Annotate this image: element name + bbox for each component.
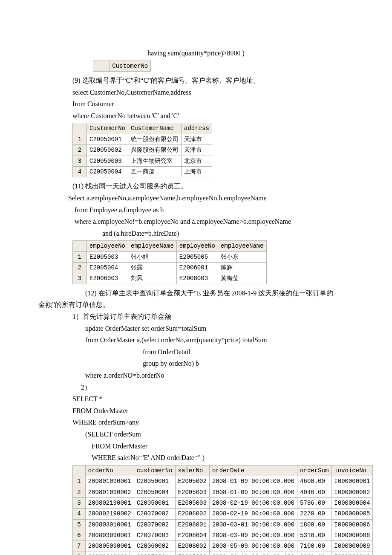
cell: 200803010001 bbox=[85, 519, 134, 530]
col-header: employeeName bbox=[128, 241, 177, 251]
cell: 4046.00 bbox=[297, 487, 331, 497]
cell: I000000008 bbox=[331, 530, 373, 541]
q12-sql-line: (SELECT orderSum bbox=[38, 429, 354, 440]
cell: 4600.00 bbox=[297, 476, 331, 487]
result-table-customers: CustomerNoCustomerNameaddress1C20050001统… bbox=[72, 123, 212, 177]
q12-step2: 2） bbox=[38, 382, 354, 393]
cell: E2005003 bbox=[175, 497, 209, 508]
table-row: 4200802190002C20070002E20080022008-02-19… bbox=[73, 509, 373, 519]
cell: E2005003 bbox=[175, 487, 209, 497]
table-row: 8200806120001C20050001E20050022008-06-12… bbox=[73, 552, 373, 555]
cell: C20070002 bbox=[134, 519, 175, 530]
cell: E2006001 bbox=[176, 263, 218, 273]
col-header: CustomerName bbox=[128, 123, 182, 134]
cell: C20050003 bbox=[87, 156, 128, 166]
cell: C20050001 bbox=[134, 497, 175, 508]
row-number: 1 bbox=[73, 476, 86, 487]
col-header bbox=[73, 241, 87, 251]
col-header: employeeNo bbox=[176, 241, 218, 251]
row-number: 6 bbox=[73, 530, 86, 541]
table-row: 4C20050004五一商厦上海市 bbox=[73, 166, 212, 177]
col-header: invoiceNo bbox=[331, 465, 373, 476]
cell: 五一商厦 bbox=[128, 166, 182, 177]
cell: C20050001 bbox=[87, 134, 128, 145]
q12-title-a: (12) 在订单主表中查询订单金额大于“E 业务员在 2008-1-9 这天所接… bbox=[38, 288, 354, 299]
row-number: 4 bbox=[73, 166, 87, 177]
cell: 2008-01-09 00:00:00.000 bbox=[209, 487, 297, 497]
row-number: 4 bbox=[73, 509, 86, 519]
table-row: 6200803090001C20070003E20080042008-03-09… bbox=[73, 530, 373, 541]
cell: I000000009 bbox=[331, 541, 373, 552]
col-header bbox=[73, 123, 87, 134]
cell: 2008-03-09 00:00:00.000 bbox=[209, 530, 297, 541]
col-header: orderNo bbox=[85, 465, 134, 476]
cell: C20060002 bbox=[134, 541, 175, 552]
cell: E2008001 bbox=[175, 519, 209, 530]
table-row: 2E2005004张露E2006001陈辉 bbox=[73, 263, 267, 273]
cell: E2005005 bbox=[176, 251, 218, 262]
table-row: 1C20050001统一股份有限公司天津市 bbox=[73, 134, 212, 145]
cell: I000000002 bbox=[331, 487, 373, 497]
row-number: 1 bbox=[73, 251, 87, 262]
row-number: 2 bbox=[73, 145, 87, 156]
cell: E2008002 bbox=[175, 509, 209, 519]
cell: 张小东 bbox=[218, 251, 266, 262]
col-header: orderDate bbox=[209, 465, 297, 476]
col-header: salerNo bbox=[175, 465, 209, 476]
row-number: 3 bbox=[73, 156, 87, 166]
table-row: 1200801090001C20050001E20050022008-01-09… bbox=[73, 476, 373, 487]
q11-sql-line: and (a.hireDate=b.hireDate) bbox=[38, 228, 354, 239]
cell: 200805090001 bbox=[85, 541, 134, 552]
row-number: 1 bbox=[73, 134, 87, 145]
cell: E2008004 bbox=[175, 530, 209, 541]
table-row: 7200805090001C20060002E20080022008-05-09… bbox=[73, 541, 373, 552]
cell: 2008-02-19 00:00:00.000 bbox=[209, 497, 297, 508]
cell: 2008-02-19 00:00:00.000 bbox=[209, 509, 297, 519]
row-number: 3 bbox=[73, 497, 86, 508]
cell: 天津市 bbox=[182, 145, 212, 156]
cell: 天津市 bbox=[182, 134, 212, 145]
q11-sql-line: Select a.employeeNo,a.employeeName,b.emp… bbox=[38, 193, 354, 204]
table-row: 5200803010001C20070002E20080012008-03-01… bbox=[73, 519, 373, 530]
q9-sql-line: where CustomerNo between 'C' and 'C' bbox=[38, 110, 354, 121]
table-row: 2C20050002兴隆股份有限公司天津市 bbox=[73, 145, 212, 156]
result-table-orders: orderNocustomerNosalerNoorderDateorderSu… bbox=[72, 465, 373, 555]
cell: E2005002 bbox=[175, 552, 209, 555]
q12-sql-line: SELECT * bbox=[38, 393, 354, 405]
cell: E2008003 bbox=[176, 273, 218, 284]
cell: C20050001 bbox=[134, 476, 175, 487]
cell: 2270.00 bbox=[297, 509, 331, 519]
cell: 张露 bbox=[128, 263, 177, 273]
q9-title: (9) 选取编号界于“C”和“C”的客户编号、客户名称、客户地址。 bbox=[38, 75, 354, 86]
q9-sql-line: from Customer bbox=[38, 98, 354, 110]
q12-sql-line: WHERE orderSum>any bbox=[38, 417, 354, 428]
cell: C20070002 bbox=[134, 509, 175, 519]
table-row: 1E2005003张小娟E2005005张小东 bbox=[73, 251, 267, 262]
cell: E2005002 bbox=[175, 476, 209, 487]
cell: E2006003 bbox=[87, 273, 128, 284]
cell: 5316.00 bbox=[297, 530, 331, 541]
cell: C20050002 bbox=[87, 145, 128, 156]
cell: 上海生物研究室 bbox=[128, 156, 182, 166]
q9-sql-line: select CustomerNo,CustomerName,address bbox=[38, 87, 354, 98]
row-number: 5 bbox=[73, 519, 86, 530]
q12-sql-line: update OrderMaster set orderSum=totalSum bbox=[38, 323, 354, 334]
col-header: employeeName bbox=[218, 241, 266, 251]
cell: C20050004 bbox=[87, 166, 128, 177]
table-row: 3C20050003上海生物研究室北京市 bbox=[73, 156, 212, 166]
row-number: 2 bbox=[73, 263, 87, 273]
cell: 陈辉 bbox=[218, 263, 266, 273]
cell: 2008-03-01 00:00:00.000 bbox=[209, 519, 297, 530]
col-header: employeeNo bbox=[87, 241, 128, 251]
cell: 3860.00 bbox=[297, 552, 331, 555]
col-header bbox=[73, 465, 86, 476]
q12-sql-line: FROM OrderMaster bbox=[38, 441, 354, 452]
row-number: 3 bbox=[73, 273, 87, 284]
cell: 2008-06-12 00:00:00.000 bbox=[209, 552, 297, 555]
cell: I000000004 bbox=[331, 497, 373, 508]
q12-sql-line: from OrderDetail bbox=[38, 347, 354, 358]
cell: 7100.00 bbox=[297, 541, 331, 552]
q12-sql-line: WHERE salerNo='E' AND orderDate='' ) bbox=[38, 452, 354, 463]
cell: 200801090001 bbox=[85, 476, 134, 487]
table-row: 3E2006003刘风E2008003黄梅莹 bbox=[73, 273, 267, 284]
